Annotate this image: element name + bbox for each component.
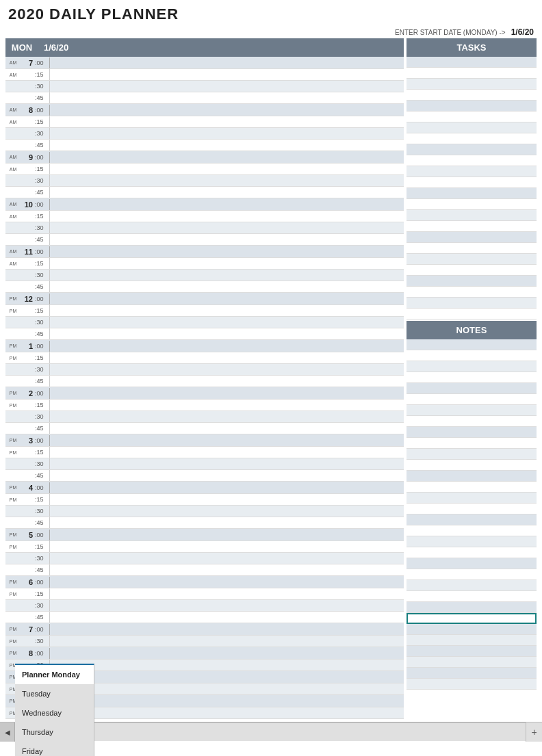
- time-entry-field[interactable]: [49, 696, 404, 707]
- right-row[interactable]: [406, 221, 537, 232]
- time-entry-field[interactable]: [49, 305, 404, 316]
- time-entry-field[interactable]: [49, 152, 404, 163]
- time-entry-field[interactable]: [49, 164, 404, 174]
- right-row[interactable]: [406, 265, 537, 276]
- time-entry-field[interactable]: [49, 707, 404, 718]
- time-entry-field[interactable]: [49, 388, 404, 399]
- time-entry-field[interactable]: [49, 341, 404, 352]
- time-entry-field[interactable]: [49, 482, 404, 493]
- right-row[interactable]: [406, 112, 537, 122]
- time-entry-field[interactable]: [49, 175, 404, 186]
- time-entry-field[interactable]: [49, 187, 404, 198]
- right-row[interactable]: [406, 657, 537, 668]
- right-row[interactable]: [406, 602, 537, 613]
- time-entry-field[interactable]: [49, 564, 404, 575]
- right-row[interactable]: [406, 57, 537, 68]
- right-row[interactable]: [406, 427, 537, 438]
- right-row[interactable]: [406, 405, 537, 416]
- right-row[interactable]: [406, 372, 537, 383]
- tab-planner-monday[interactable]: Planner Monday: [15, 664, 94, 684]
- right-row[interactable]: [406, 210, 537, 221]
- time-entry-field[interactable]: [49, 530, 404, 540]
- right-row[interactable]: [406, 155, 537, 166]
- right-row[interactable]: [406, 449, 537, 460]
- tab-friday[interactable]: Friday: [15, 742, 94, 756]
- time-entry-field[interactable]: [49, 317, 404, 328]
- right-row[interactable]: [406, 394, 537, 405]
- right-row[interactable]: [406, 547, 537, 558]
- time-entry-field[interactable]: [49, 281, 404, 292]
- time-entry-field[interactable]: [49, 376, 404, 387]
- time-entry-field[interactable]: [49, 683, 404, 694]
- time-entry-field[interactable]: [49, 494, 404, 505]
- right-row[interactable]: [406, 613, 537, 624]
- right-row[interactable]: [406, 199, 537, 210]
- right-row[interactable]: [406, 504, 537, 514]
- time-entry-field[interactable]: [49, 105, 404, 116]
- right-row[interactable]: [406, 471, 537, 482]
- right-row[interactable]: [406, 276, 537, 287]
- time-entry-field[interactable]: [49, 92, 404, 103]
- right-row[interactable]: [406, 416, 537, 427]
- time-entry-field[interactable]: [49, 648, 404, 659]
- time-entry-field[interactable]: [49, 470, 404, 481]
- tab-tuesday[interactable]: Tuesday: [15, 684, 94, 703]
- right-row[interactable]: [406, 309, 537, 320]
- time-entry-field[interactable]: [49, 411, 404, 422]
- right-row[interactable]: [406, 383, 537, 394]
- time-entry-field[interactable]: [49, 246, 404, 257]
- time-entry-field[interactable]: [49, 600, 404, 611]
- right-row[interactable]: [406, 569, 537, 580]
- right-row[interactable]: [406, 339, 537, 350]
- right-row[interactable]: [406, 90, 537, 101]
- time-entry-field[interactable]: [49, 199, 404, 210]
- tab-wednesday[interactable]: Wednesday: [15, 703, 94, 722]
- right-row[interactable]: [406, 361, 537, 372]
- time-entry-field[interactable]: [49, 328, 404, 339]
- time-entry-field[interactable]: [49, 553, 404, 564]
- right-row[interactable]: [406, 536, 537, 547]
- right-row[interactable]: [406, 624, 537, 635]
- right-row[interactable]: [406, 122, 537, 133]
- right-row[interactable]: [406, 460, 537, 471]
- right-row[interactable]: [406, 558, 537, 569]
- right-row[interactable]: [406, 177, 537, 188]
- right-row[interactable]: [406, 493, 537, 504]
- right-row[interactable]: [406, 514, 537, 525]
- right-row[interactable]: [406, 68, 537, 79]
- right-row[interactable]: [406, 79, 537, 90]
- time-entry-field[interactable]: [49, 57, 404, 68]
- time-entry-field[interactable]: [49, 672, 404, 683]
- right-row[interactable]: [406, 525, 537, 536]
- time-entry-field[interactable]: [49, 234, 404, 245]
- time-entry-field[interactable]: [49, 541, 404, 552]
- right-row[interactable]: [406, 254, 537, 265]
- time-entry-field[interactable]: [49, 660, 404, 670]
- time-entry-field[interactable]: [49, 69, 404, 80]
- right-row[interactable]: [406, 668, 537, 679]
- right-row[interactable]: [406, 350, 537, 361]
- time-entry-field[interactable]: [49, 211, 404, 222]
- time-entry-field[interactable]: [49, 140, 404, 151]
- time-entry-field[interactable]: [49, 447, 404, 458]
- right-row[interactable]: [406, 243, 537, 254]
- time-entry-field[interactable]: [49, 258, 404, 269]
- right-row[interactable]: [406, 646, 537, 657]
- tab-thursday[interactable]: Thursday: [15, 722, 94, 742]
- time-entry-field[interactable]: [49, 636, 404, 647]
- time-entry-field[interactable]: [49, 352, 404, 363]
- time-entry-field[interactable]: [49, 400, 404, 410]
- time-entry-field[interactable]: [49, 222, 404, 233]
- time-entry-field[interactable]: [49, 612, 404, 623]
- time-entry-field[interactable]: [49, 81, 404, 92]
- right-row[interactable]: [406, 133, 537, 144]
- right-row[interactable]: [406, 298, 537, 309]
- right-row[interactable]: [406, 101, 537, 112]
- time-entry-field[interactable]: [49, 588, 404, 599]
- time-entry-field[interactable]: [49, 624, 404, 635]
- time-entry-field[interactable]: [49, 128, 404, 139]
- time-entry-field[interactable]: [49, 517, 404, 528]
- right-row[interactable]: [406, 580, 537, 591]
- time-entry-field[interactable]: [49, 294, 404, 304]
- right-row[interactable]: [406, 635, 537, 646]
